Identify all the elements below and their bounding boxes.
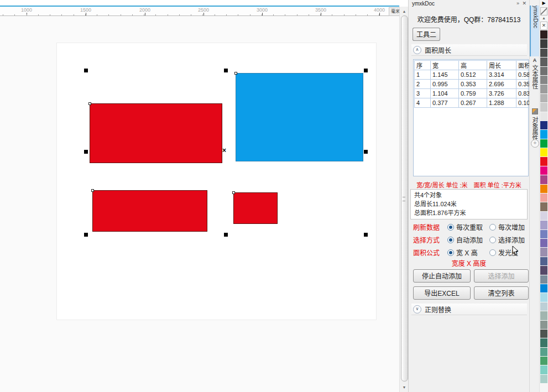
vertical-scrollbar[interactable]: ▲ ▼ [399,7,409,392]
color-swatch[interactable] [540,94,547,102]
chevron-down-icon[interactable]: ∨ [413,305,421,313]
rect-red-1[interactable] [90,103,222,163]
drawing-canvas[interactable]: 1000150020002500300035004000 毫米 × [0,0,399,392]
color-swatch[interactable] [540,166,547,175]
radio-unselected-icon[interactable] [489,224,496,231]
scrollbar-thumb[interactable] [401,15,408,381]
color-swatch[interactable] [540,365,547,374]
node-marker[interactable] [88,102,91,105]
color-swatch[interactable] [540,67,547,75]
selection-handle[interactable] [84,69,88,72]
color-swatch[interactable] [540,230,547,238]
radio-option[interactable]: 自动添加 [447,235,483,244]
color-swatch[interactable] [540,202,547,211]
docker-close-icon[interactable]: ✕ [522,0,526,7]
radio-unselected-icon[interactable] [489,249,496,256]
color-swatch[interactable] [540,130,547,138]
selection-center-marker[interactable]: × [222,147,226,154]
rect-red-2[interactable] [92,190,207,232]
scroll-down-arrow-icon[interactable]: ▼ [400,384,409,391]
color-swatch[interactable] [540,257,547,265]
measurement-table[interactable]: 序宽高周长面积11.1450.5123.3140.58620.9950.3532… [414,60,546,108]
color-swatch[interactable] [540,175,547,184]
selection-handle[interactable] [224,233,228,237]
table-row[interactable]: 40.3770.2671.2880.101 [415,98,546,108]
scroll-up-arrow-icon[interactable]: ▲ [400,8,409,15]
color-swatch[interactable] [540,248,547,256]
ruler-tick [50,14,50,15]
color-swatch[interactable] [540,58,547,66]
docker-pin-icon[interactable]: » [516,0,519,7]
color-swatch[interactable] [540,49,547,57]
color-swatch[interactable] [540,284,547,292]
color-swatch[interactable] [540,293,547,301]
section-regex-replace[interactable]: ∨ 正则替换 [411,304,527,315]
color-swatch[interactable] [540,148,547,156]
horizontal-ruler[interactable]: 1000150020002500300035004000 [0,7,399,16]
radio-selected-icon[interactable] [447,224,454,231]
color-swatch[interactable] [540,103,547,111]
radio-selected-icon[interactable] [447,237,454,243]
docker-tab-object-properties[interactable]: 对象属性 [530,108,540,157]
section-area-title: 面积周长 [425,45,451,55]
color-swatch[interactable] [540,39,547,48]
color-swatch[interactable] [540,139,547,148]
color-palette[interactable]: ▶ ▲ ✕ [539,0,548,392]
export-excel-button[interactable]: 导出EXCEL [413,286,471,300]
stop-auto-add-button[interactable]: 停止自动添加 [413,269,471,283]
tab-tool2-button[interactable]: 工具二 [413,28,440,41]
radio-option[interactable]: 每次重取 [447,222,483,232]
color-swatch[interactable] [540,338,547,347]
color-swatch[interactable] [540,76,547,84]
color-swatch[interactable] [540,266,547,274]
selection-handle[interactable] [84,150,88,154]
color-swatch[interactable] [540,239,547,247]
color-swatch[interactable] [540,112,547,121]
radio-unselected-icon[interactable] [489,237,496,243]
table-row[interactable]: 11.1450.5123.3140.586 [415,70,546,80]
no-fill-x-swatch[interactable]: ✕ [540,22,547,30]
table-row[interactable]: 31.1040.7593.7260.838 [415,89,546,98]
color-swatch[interactable] [540,311,547,320]
color-swatch[interactable] [540,221,547,229]
selection-handle[interactable] [364,233,368,237]
add-docker-icon[interactable]: + [531,139,539,148]
selection-handle[interactable] [224,69,228,72]
radio-option[interactable]: 宽 X 高 [447,248,478,257]
selection-handle[interactable] [84,233,88,237]
color-swatch[interactable] [540,85,547,93]
no-color-swatch[interactable] [540,7,547,15]
radio-option[interactable]: 选择添加 [489,235,525,244]
color-swatch[interactable] [540,348,547,356]
palette-scroll-up-icon[interactable]: ▲ [540,15,548,21]
selection-handle[interactable] [364,69,368,72]
color-swatch[interactable] [540,357,547,365]
color-swatch[interactable] [540,121,547,129]
clear-list-button[interactable]: 清空列表 [474,286,529,300]
radio-selected-icon[interactable] [447,249,454,256]
color-swatch[interactable] [540,302,547,311]
table-row[interactable]: 20.9950.3532.6960.351 [415,80,546,89]
table-cell: 0.353 [459,80,487,89]
node-marker[interactable] [234,72,237,75]
color-swatch[interactable] [540,157,547,165]
node-marker[interactable] [232,191,235,194]
radio-option[interactable]: 每次增加 [489,222,525,232]
color-swatch[interactable] [540,30,547,39]
rect-blue[interactable] [236,73,363,161]
color-swatch[interactable] [540,275,547,284]
color-swatch[interactable] [540,330,547,338]
palette-flyout-arrow-icon[interactable]: ▶ [540,0,548,7]
chevron-up-icon[interactable]: ∧ [413,46,421,54]
color-swatch[interactable] [540,212,547,220]
color-swatch[interactable] [540,185,547,193]
node-marker[interactable] [91,189,94,192]
color-swatch[interactable] [540,194,547,202]
color-swatch[interactable] [540,375,547,383]
section-area-perimeter[interactable]: ∧ 面积周长 [411,44,527,56]
docker-tab-ymxkdoc[interactable]: ymxkDoc [530,6,540,56]
rect-red-3[interactable] [233,192,278,224]
selection-handle[interactable] [364,150,368,154]
color-swatch[interactable] [540,321,547,329]
docker-tab-text-properties[interactable]: A 文本属性 [530,58,540,106]
